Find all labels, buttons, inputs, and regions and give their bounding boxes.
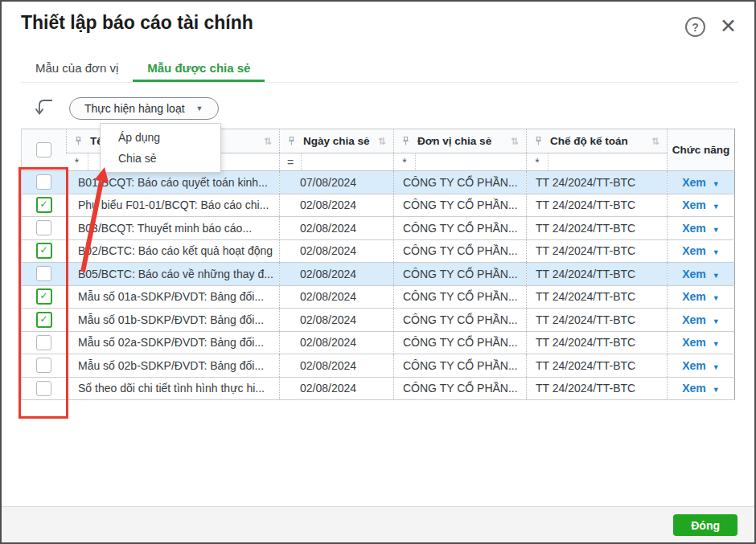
caret-down-icon: ▼	[713, 363, 720, 371]
filter-operator[interactable]: *	[527, 153, 549, 170]
filter-cell-che-do-ke-toan[interactable]: *	[527, 153, 668, 171]
row-checkbox[interactable]: ✓	[36, 312, 52, 328]
row-checkbox[interactable]: ✓	[36, 243, 52, 259]
table-row[interactable]: Mẫu số 02a-SDKP/ĐVDT: Bảng đối... 02/08/…	[22, 331, 735, 354]
menu-item-ap-dung[interactable]: Áp dụng	[101, 127, 220, 148]
filter-operator[interactable]: =	[280, 153, 302, 170]
table-row[interactable]: ✓ B02/BCTC: Báo cáo kết quả hoạt động 02…	[22, 239, 735, 263]
table-row[interactable]: ✓ Phụ biểu F01-01/BCQT: Báo cáo chi... 0…	[22, 194, 735, 217]
row-share-unit: CÔNG TY CỔ PHẦN...	[394, 171, 527, 194]
row-action-label: Xem	[682, 244, 706, 257]
row-action-label: Xem	[682, 336, 706, 349]
row-share-date: 02/08/2024	[280, 217, 394, 240]
row-name: B01/BCQT: Báo cáo quyết toán kinh...	[67, 171, 280, 194]
table-row[interactable]: ✓ Mẫu số 01a-SDKP/ĐVDT: Bảng đối... 02/0…	[22, 285, 735, 309]
row-checkbox-cell	[22, 354, 67, 378]
batch-action-menu: Áp dụng Chia sẻ	[100, 123, 221, 173]
row-action-link[interactable]: Xem▼	[682, 290, 720, 303]
row-checkbox[interactable]	[36, 335, 51, 350]
sort-icon[interactable]: ⇅	[264, 136, 272, 147]
row-share-unit: CÔNG TY CỔ PHẦN...	[394, 263, 527, 286]
pin-icon	[534, 136, 543, 146]
row-action-label: Xem	[682, 290, 706, 303]
row-action-label: Xem	[682, 222, 706, 235]
batch-arrow-icon[interactable]	[35, 96, 54, 121]
row-action-cell: Xem▼	[668, 217, 735, 240]
row-share-date: 02/08/2024	[280, 331, 394, 354]
column-header-ngay-chia-se[interactable]: Ngày chia sẻ ⇅	[280, 129, 394, 153]
table-row[interactable]: B05/BCTC: Báo cáo về những thay đ... 02/…	[22, 263, 735, 286]
select-all-checkbox[interactable]	[36, 142, 51, 157]
close-icon[interactable]: ✕	[720, 14, 737, 38]
row-action-link[interactable]: Xem▼	[682, 222, 720, 235]
row-action-link[interactable]: Xem▼	[682, 268, 720, 280]
row-name: Mẫu số 01a-SDKP/ĐVDT: Bảng đối...	[67, 285, 280, 309]
row-name: Mẫu số 02a-SDKP/ĐVDT: Bảng đối...	[67, 331, 280, 354]
row-share-unit: CÔNG TY CỔ PHẦN...	[394, 309, 527, 332]
row-action-label: Xem	[682, 176, 706, 189]
row-checkbox[interactable]	[36, 266, 51, 281]
row-name: Phụ biểu F01-01/BCQT: Báo cáo chi...	[67, 194, 280, 217]
financial-report-setup-dialog: Thiết lập báo cáo tài chính ? ✕ Mẫu của …	[0, 0, 756, 544]
row-checkbox[interactable]	[36, 358, 51, 373]
row-checkbox-cell	[22, 171, 67, 194]
filter-input[interactable]	[302, 153, 393, 170]
row-name: B03/BCQT: Thuyết minh báo cáo...	[67, 217, 280, 240]
tab-mau-duoc-chia-se[interactable]: Mẫu được chia sẻ	[133, 56, 265, 82]
table-row[interactable]: B01/BCQT: Báo cáo quyết toán kinh... 07/…	[22, 171, 735, 194]
row-checkbox-cell: ✓	[22, 239, 67, 263]
sort-icon[interactable]: ⇅	[378, 136, 386, 147]
row-share-date: 02/08/2024	[280, 194, 394, 217]
row-share-date: 02/08/2024	[280, 239, 394, 263]
sort-icon[interactable]: ⇅	[651, 136, 659, 147]
column-header-don-vi-chia-se[interactable]: Đơn vị chia sẻ ⇅	[394, 129, 527, 153]
row-action-label: Xem	[682, 382, 706, 395]
row-share-unit: CÔNG TY CỔ PHẦN...	[394, 285, 527, 309]
row-share-unit: CÔNG TY CỔ PHẦN...	[394, 239, 527, 263]
row-accounting-regime: TT 24/2024/TT-BTC	[527, 309, 668, 332]
row-checkbox[interactable]	[36, 381, 51, 396]
row-action-link[interactable]: Xem▼	[682, 336, 720, 349]
column-header-che-do-ke-toan[interactable]: Chế độ kế toán ⇅	[527, 129, 668, 153]
row-action-link[interactable]: Xem▼	[682, 382, 720, 395]
filter-operator[interactable]: *	[67, 153, 88, 170]
row-checkbox-cell	[22, 377, 67, 400]
row-action-cell: Xem▼	[668, 171, 735, 194]
tab-bar: Mẫu của đơn vị Mẫu được chia sẻ	[21, 56, 738, 83]
batch-action-dropdown-button[interactable]: Thực hiện hàng loạt ▼	[69, 97, 219, 120]
row-action-link[interactable]: Xem▼	[682, 198, 720, 211]
tab-mau-cua-don-vi[interactable]: Mẫu của đơn vị	[21, 56, 133, 80]
row-action-link[interactable]: Xem▼	[682, 313, 720, 326]
row-accounting-regime: TT 24/2024/TT-BTC	[527, 331, 668, 354]
row-checkbox[interactable]	[36, 220, 51, 235]
row-action-label: Xem	[682, 313, 706, 326]
filter-input[interactable]	[416, 153, 526, 170]
row-accounting-regime: TT 24/2024/TT-BTC	[527, 285, 668, 309]
help-icon[interactable]: ?	[685, 17, 705, 37]
table-row[interactable]: Mẫu số 02b-SDKP/ĐVDT: Bảng đối... 02/08/…	[22, 354, 735, 378]
table-row[interactable]: Số theo dõi chi tiết tình hình thực hi..…	[22, 377, 735, 400]
row-share-unit: CÔNG TY CỔ PHẦN...	[394, 377, 527, 400]
menu-item-chia-se[interactable]: Chia sẻ	[101, 148, 220, 169]
table-row[interactable]: ✓ Mẫu số 01b-SDKP/ĐVDT: Bảng đối... 02/0…	[22, 309, 735, 332]
caret-down-icon: ▼	[713, 340, 720, 348]
row-action-link[interactable]: Xem▼	[682, 359, 720, 372]
pin-icon	[401, 136, 410, 146]
filter-cell-don-vi-chia-se[interactable]: *	[394, 153, 527, 171]
row-action-cell: Xem▼	[668, 239, 735, 263]
filter-input[interactable]	[549, 153, 667, 170]
row-checkbox[interactable]: ✓	[36, 288, 52, 305]
table-row[interactable]: B03/BCQT: Thuyết minh báo cáo... 02/08/2…	[22, 217, 735, 240]
dong-button[interactable]: Đóng	[673, 514, 738, 536]
caret-down-icon: ▼	[196, 104, 203, 112]
row-action-cell: Xem▼	[668, 285, 735, 309]
row-action-link[interactable]: Xem▼	[682, 244, 720, 257]
filter-operator[interactable]: *	[394, 153, 416, 170]
row-action-link[interactable]: Xem▼	[682, 176, 720, 189]
row-checkbox[interactable]: ✓	[36, 197, 52, 213]
sort-icon[interactable]: ⇅	[511, 136, 519, 147]
caret-down-icon: ▼	[713, 386, 720, 394]
filter-cell-ngay-chia-se[interactable]: =	[280, 153, 394, 171]
row-checkbox[interactable]	[36, 174, 51, 190]
row-action-cell: Xem▼	[668, 354, 735, 378]
